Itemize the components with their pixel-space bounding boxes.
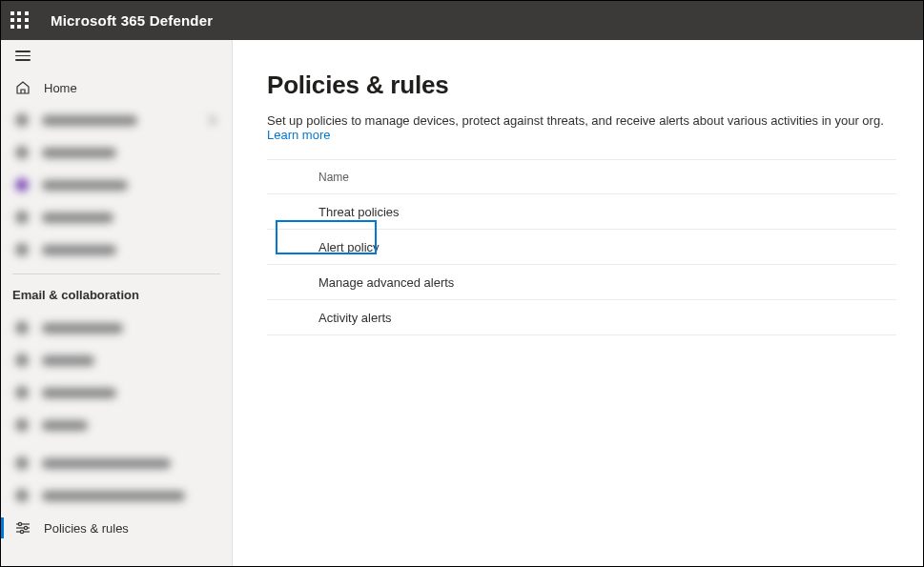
row-label: Manage advanced alerts xyxy=(318,275,454,290)
sidebar-blurred-item xyxy=(1,233,232,266)
sidebar-blurred-item xyxy=(1,409,232,441)
sliders-icon xyxy=(15,520,31,536)
page-title: Policies & rules xyxy=(267,71,896,100)
sidebar-blurred-item xyxy=(1,344,232,376)
home-icon xyxy=(15,80,31,95)
app-launcher-icon[interactable] xyxy=(10,11,30,30)
sidebar-blurred-item xyxy=(1,201,232,233)
sidebar-blurred-item xyxy=(1,479,232,512)
row-label: Alert policy xyxy=(318,240,380,254)
sidebar-item-home[interactable]: Home xyxy=(1,71,232,104)
sidebar-blurred-item xyxy=(1,104,232,136)
learn-more-link[interactable]: Learn more xyxy=(267,128,330,142)
sidebar-blurred-item xyxy=(1,312,232,344)
main-content: Policies & rules Set up policies to mana… xyxy=(233,40,923,566)
sidebar-blurred-item xyxy=(1,169,232,201)
sidebar-blurred-item xyxy=(1,376,232,409)
sidebar: Home Email & collaboration xyxy=(1,40,233,566)
hamburger-icon[interactable] xyxy=(15,48,31,64)
sidebar-section-header: Email & collaboration xyxy=(1,278,232,312)
sidebar-item-policies-rules[interactable]: Policies & rules xyxy=(1,512,232,544)
sidebar-item-label: Home xyxy=(44,81,77,95)
row-label: Threat policies xyxy=(318,205,400,219)
sidebar-blurred-item xyxy=(1,447,232,479)
app-header: Microsoft 365 Defender xyxy=(1,1,923,40)
app-title: Microsoft 365 Defender xyxy=(51,12,213,29)
table-row-activity-alerts[interactable]: Activity alerts xyxy=(267,300,896,335)
column-header-name: Name xyxy=(318,171,349,184)
sidebar-divider xyxy=(12,273,220,274)
svg-point-5 xyxy=(20,530,23,533)
table-header: Name xyxy=(267,160,896,194)
svg-point-4 xyxy=(24,526,27,529)
page-description: Set up policies to manage devices, prote… xyxy=(267,113,896,142)
svg-point-3 xyxy=(18,522,21,525)
table-row-threat-policies[interactable]: Threat policies xyxy=(267,194,896,230)
sidebar-blurred-item xyxy=(1,136,232,169)
table-row-manage-advanced-alerts[interactable]: Manage advanced alerts xyxy=(267,265,896,300)
policies-table: Name Threat policies Alert policy Manage… xyxy=(267,159,896,335)
sidebar-item-label: Policies & rules xyxy=(44,521,129,536)
row-label: Activity alerts xyxy=(318,311,392,325)
table-row-alert-policy[interactable]: Alert policy xyxy=(267,230,896,265)
